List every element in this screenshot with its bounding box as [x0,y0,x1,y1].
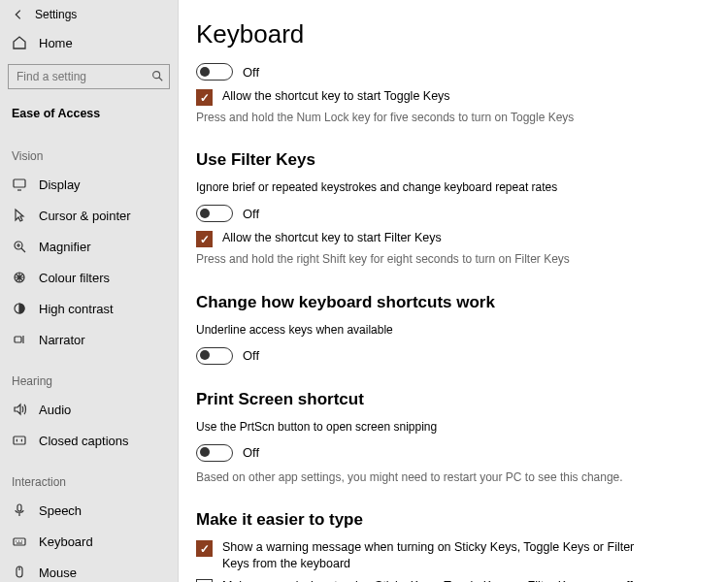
sidebar-item-keyboard[interactable]: Keyboard [0,526,178,557]
filter-keys-heading: Use Filter Keys [196,150,687,170]
filter-keys-shortcut-label: Allow the shortcut key to start Filter K… [222,230,442,246]
back-arrow-icon [12,8,25,21]
prtscn-heading: Print Screen shortcut [196,390,687,409]
warning-message-checkbox[interactable] [196,540,213,557]
home-label: Home [39,36,73,50]
narrator-icon [12,332,27,347]
sidebar-item-high-contrast[interactable]: High contrast [0,293,178,324]
underline-access-keys-state: Off [243,348,259,363]
sidebar-item-label: Display [39,178,81,192]
sidebar-item-closed-captions[interactable]: Closed captions [0,425,178,456]
make-sound-label: Make a sound when turning Sticky Keys, T… [222,578,643,582]
group-title-vision: Vision [0,146,178,169]
cursor-icon [12,208,27,223]
svg-point-0 [153,72,160,79]
group-title-hearing: Hearing [0,371,178,394]
sidebar-item-label: Keyboard [39,534,93,549]
category-header: Ease of Access [0,99,178,130]
sidebar-item-mouse[interactable]: Mouse [0,557,178,582]
filter-keys-desc: Ignore brief or repeated keystrokes and … [196,179,623,195]
sidebar-item-label: Mouse [39,566,77,580]
shortcuts-desc: Underline access keys when available [196,322,623,338]
sidebar-item-label: Narrator [39,333,85,347]
toggle-keys-desc: Press and hold the Num Lock key for five… [196,110,623,125]
sidebar-item-cursor-pointer[interactable]: Cursor & pointer [0,200,178,231]
svg-rect-6 [14,436,25,444]
group-title-interaction: Interaction [0,471,178,495]
home-nav[interactable]: Home [0,25,178,60]
back-button[interactable]: Settings [0,6,178,25]
prtscn-state: Off [243,445,259,460]
sidebar-item-label: Cursor & pointer [39,209,131,223]
sidebar-item-label: Colour filters [39,271,110,285]
audio-icon [12,402,27,417]
svg-rect-1 [14,179,25,187]
display-icon [12,177,27,192]
mouse-icon [12,565,27,580]
sidebar-item-label: Audio [39,403,71,417]
sidebar-item-colour-filters[interactable]: Colour filters [0,262,178,293]
prtscn-desc: Use the PrtScn button to open screen sni… [196,419,623,435]
keyboard-icon [12,534,27,549]
page-title: Keyboard [196,19,687,49]
high-contrast-icon [12,301,27,316]
prtscn-toggle[interactable] [196,444,233,462]
toggle-keys-state: Off [243,65,259,80]
app-title: Settings [35,8,77,21]
easier-heading: Make it easier to type [196,510,687,530]
toggle-keys-shortcut-checkbox[interactable] [196,89,213,106]
svg-rect-5 [15,337,21,342]
sidebar-group-interaction: Interaction Speech Keyboard Mouse Eye co… [0,456,178,582]
toggle-keys-shortcut-label: Allow the shortcut key to start Toggle K… [222,88,450,105]
sidebar-item-label: Closed captions [39,434,129,448]
warning-message-label: Show a warning message when turning on S… [222,539,643,572]
sidebar-item-label: High contrast [39,302,114,316]
prtscn-hint: Based on other app settings, you might n… [196,469,623,485]
closed-captions-icon [12,433,27,448]
colour-filters-icon [12,270,27,285]
search-input[interactable] [8,64,170,89]
sidebar-group-hearing: Hearing Audio Closed captions [0,355,178,456]
main-content: Keyboard Off Allow the shortcut key to s… [179,0,728,582]
toggle-keys-toggle[interactable] [196,63,233,81]
sidebar-item-audio[interactable]: Audio [0,394,178,425]
sidebar-item-label: Speech [39,503,82,518]
search-container [8,64,170,89]
sidebar: Settings Home Ease of Access Vision Disp… [0,0,179,582]
home-icon [12,35,27,50]
sidebar-item-magnifier[interactable]: Magnifier [0,231,178,262]
sidebar-item-speech[interactable]: Speech [0,495,178,526]
search-icon [150,69,164,82]
sidebar-item-narrator[interactable]: Narrator [0,324,178,355]
sidebar-item-display[interactable]: Display [0,169,178,200]
sidebar-item-label: Magnifier [39,240,90,254]
svg-rect-7 [17,504,21,511]
filter-keys-toggle[interactable] [196,205,233,222]
underline-access-keys-toggle[interactable] [196,347,233,365]
sidebar-group-vision: Vision Display Cursor & pointer Magnifie… [0,130,178,355]
filter-keys-shortcut-checkbox[interactable] [196,231,213,247]
shortcuts-heading: Change how keyboard shortcuts work [196,293,687,312]
filter-keys-hint: Press and hold the right Shift key for e… [196,251,623,267]
magnifier-icon [12,239,27,254]
filter-keys-state: Off [243,207,259,221]
speech-icon [12,502,27,518]
